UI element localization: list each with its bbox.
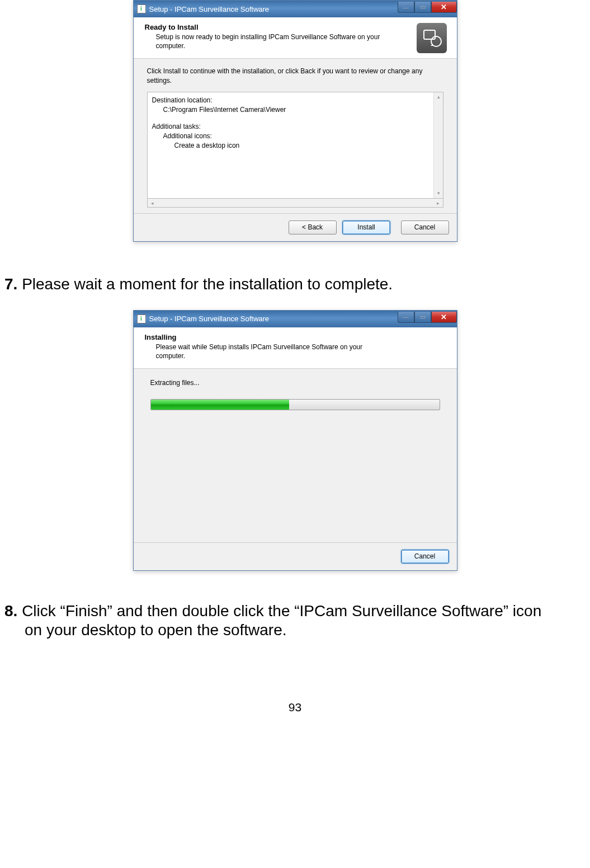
step-text-cont: on your desktop to open the software. xyxy=(25,621,586,639)
minimize-button[interactable]: — xyxy=(398,2,414,13)
window-title: Setup - IPCam Surveillance Software xyxy=(149,5,398,13)
instruction-text: Click Install to continue with the insta… xyxy=(147,67,443,85)
icons-label: Additional icons: xyxy=(152,132,438,141)
minimize-button[interactable]: — xyxy=(398,312,414,323)
installer-window-ready: i Setup - IPCam Surveillance Software — … xyxy=(133,0,457,242)
installer-icon: i xyxy=(137,315,146,323)
header-panel: Installing Please wait while Setup insta… xyxy=(134,327,457,369)
cancel-button[interactable]: Cancel xyxy=(401,550,449,564)
window-title: Setup - IPCam Surveillance Software xyxy=(149,315,398,323)
scroll-right-icon[interactable]: ▸ xyxy=(435,200,442,207)
titlebar[interactable]: i Setup - IPCam Surveillance Software — … xyxy=(134,311,457,327)
summary-textbox[interactable]: Destination location: C:\Program Files\I… xyxy=(147,92,443,198)
horizontal-scrollbar[interactable]: ◂ ▸ xyxy=(147,198,443,208)
header-subtitle: Setup is now ready to begin installing I… xyxy=(156,32,391,50)
maximize-button[interactable]: ▭ xyxy=(414,312,431,323)
header-title: Installing xyxy=(145,333,446,341)
body-panel: Click Install to continue with the insta… xyxy=(134,59,457,213)
setup-graphic-icon xyxy=(417,23,447,53)
installer-window-progress: i Setup - IPCam Surveillance Software — … xyxy=(133,310,457,571)
tasks-label: Additional tasks: xyxy=(152,122,438,132)
dest-path: C:\Program Files\Internet Camera\Viewer xyxy=(152,105,438,115)
step-text: Click “Finish” and then double click the… xyxy=(17,602,541,620)
install-button[interactable]: Install xyxy=(342,220,390,234)
titlebar[interactable]: i Setup - IPCam Surveillance Software — … xyxy=(134,1,457,17)
back-button[interactable]: < Back xyxy=(289,220,337,234)
step-number: 8. xyxy=(4,602,17,620)
desktop-icon-task: Create a desktop icon xyxy=(152,141,438,151)
cancel-button[interactable]: Cancel xyxy=(401,220,449,234)
footer-panel: < Back Install Cancel xyxy=(134,213,457,241)
progress-body: Extracting files... xyxy=(134,369,457,542)
step-number: 7. xyxy=(4,275,17,293)
step-7: 7. Please wait a moment for the installa… xyxy=(4,275,586,293)
dest-label: Destination location: xyxy=(152,96,438,105)
vertical-scrollbar[interactable]: ▴ ▾ xyxy=(433,92,443,198)
progress-bar xyxy=(150,399,440,410)
header-panel: Ready to Install Setup is now ready to b… xyxy=(134,17,457,59)
page-number: 93 xyxy=(4,701,586,714)
footer-panel: Cancel xyxy=(134,542,457,570)
scroll-down-icon[interactable]: ▾ xyxy=(435,190,442,197)
progress-label: Extracting files... xyxy=(150,379,440,387)
step-8: 8. Click “Finish” and then double click … xyxy=(4,602,586,639)
maximize-button[interactable]: ▭ xyxy=(414,2,431,13)
scroll-left-icon[interactable]: ◂ xyxy=(149,200,156,207)
close-button[interactable]: ✕ xyxy=(431,2,457,13)
installer-icon: i xyxy=(137,4,146,13)
header-subtitle: Please wait while Setup installs IPCam S… xyxy=(156,342,391,360)
header-title: Ready to Install xyxy=(145,23,446,31)
progress-fill xyxy=(151,400,290,410)
close-button[interactable]: ✕ xyxy=(431,312,457,323)
scroll-up-icon[interactable]: ▴ xyxy=(435,93,442,101)
step-text: Please wait a moment for the installatio… xyxy=(17,275,393,293)
